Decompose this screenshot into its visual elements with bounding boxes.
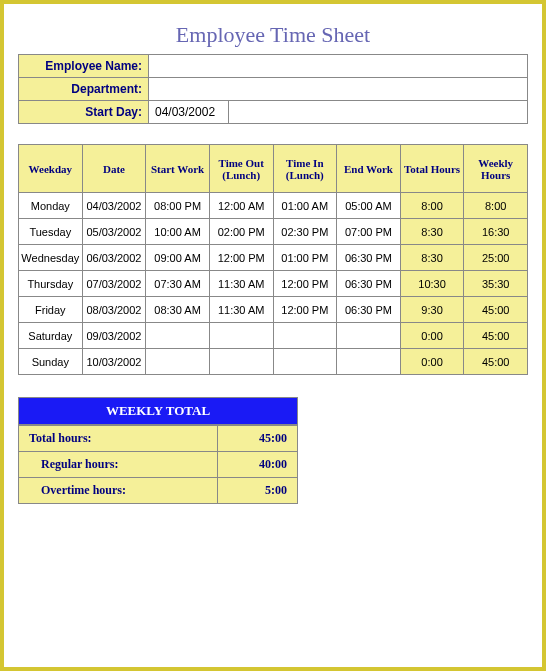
cell-total[interactable]: 9:30 (400, 297, 464, 323)
cell-weekday[interactable]: Wednesday (19, 245, 83, 271)
col-total-hours: Total Hours (400, 145, 464, 193)
table-row: Sunday10/03/20020:0045:00 (19, 349, 528, 375)
info-blank (229, 101, 528, 124)
cell-weekly[interactable]: 35:30 (464, 271, 528, 297)
table-row: Wednesday06/03/200209:00 AM12:00 PM01:00… (19, 245, 528, 271)
cell-end[interactable] (337, 349, 401, 375)
cell-out[interactable]: 11:30 AM (209, 297, 273, 323)
timesheet-header-row: Weekday Date Start Work Time Out (Lunch)… (19, 145, 528, 193)
cell-date[interactable]: 06/03/2002 (82, 245, 146, 271)
cell-total[interactable]: 8:30 (400, 245, 464, 271)
cell-end[interactable]: 06:30 PM (337, 297, 401, 323)
cell-total[interactable]: 0:00 (400, 323, 464, 349)
cell-weekday[interactable]: Sunday (19, 349, 83, 375)
cell-start[interactable] (146, 349, 210, 375)
cell-weekday[interactable]: Friday (19, 297, 83, 323)
page-title: Employee Time Sheet (18, 22, 528, 48)
cell-end[interactable] (337, 323, 401, 349)
col-weekday: Weekday (19, 145, 83, 193)
cell-date[interactable]: 04/03/2002 (82, 193, 146, 219)
timesheet-table: Weekday Date Start Work Time Out (Lunch)… (18, 144, 528, 375)
info-row-name: Employee Name: (19, 55, 528, 78)
cell-end[interactable]: 06:30 PM (337, 245, 401, 271)
label-employee-name: Employee Name: (19, 55, 149, 78)
cell-out[interactable]: 12:00 PM (209, 245, 273, 271)
cell-in[interactable]: 02:30 PM (273, 219, 337, 245)
cell-weekly[interactable]: 45:00 (464, 297, 528, 323)
cell-in[interactable] (273, 323, 337, 349)
cell-total[interactable]: 8:30 (400, 219, 464, 245)
cell-weekday[interactable]: Monday (19, 193, 83, 219)
cell-weekday[interactable]: Tuesday (19, 219, 83, 245)
value-overtime-hours: 5:00 (218, 478, 298, 504)
cell-date[interactable]: 10/03/2002 (82, 349, 146, 375)
cell-start[interactable]: 10:00 AM (146, 219, 210, 245)
cell-end[interactable]: 05:00 AM (337, 193, 401, 219)
cell-weekly[interactable]: 16:30 (464, 219, 528, 245)
col-time-out: Time Out (Lunch) (209, 145, 273, 193)
value-regular-hours: 40:00 (218, 452, 298, 478)
cell-out[interactable] (209, 323, 273, 349)
value-total-hours: 45:00 (218, 426, 298, 452)
col-time-in: Time In (Lunch) (273, 145, 337, 193)
summary-row-regular: Regular hours: 40:00 (19, 452, 298, 478)
weekly-total-section: WEEKLY TOTAL Total hours: 45:00 Regular … (18, 397, 298, 504)
employee-info-table: Employee Name: Department: Start Day: 04… (18, 54, 528, 124)
cell-weekly[interactable]: 8:00 (464, 193, 528, 219)
cell-total[interactable]: 8:00 (400, 193, 464, 219)
summary-row-overtime: Overtime hours: 5:00 (19, 478, 298, 504)
cell-start[interactable]: 08:30 AM (146, 297, 210, 323)
cell-out[interactable] (209, 349, 273, 375)
cell-out[interactable]: 11:30 AM (209, 271, 273, 297)
cell-in[interactable]: 01:00 AM (273, 193, 337, 219)
table-row: Tuesday05/03/200210:00 AM02:00 PM02:30 P… (19, 219, 528, 245)
cell-total[interactable]: 10:30 (400, 271, 464, 297)
cell-in[interactable]: 12:00 PM (273, 271, 337, 297)
col-start-work: Start Work (146, 145, 210, 193)
cell-date[interactable]: 05/03/2002 (82, 219, 146, 245)
cell-weekday[interactable]: Saturday (19, 323, 83, 349)
cell-out[interactable]: 02:00 PM (209, 219, 273, 245)
table-row: Thursday07/03/200207:30 AM11:30 AM12:00 … (19, 271, 528, 297)
cell-start[interactable] (146, 323, 210, 349)
cell-weekly[interactable]: 45:00 (464, 349, 528, 375)
col-date: Date (82, 145, 146, 193)
cell-total[interactable]: 0:00 (400, 349, 464, 375)
cell-weekday[interactable]: Thursday (19, 271, 83, 297)
cell-start[interactable]: 09:00 AM (146, 245, 210, 271)
cell-start[interactable]: 07:30 AM (146, 271, 210, 297)
cell-in[interactable]: 12:00 PM (273, 297, 337, 323)
cell-date[interactable]: 08/03/2002 (82, 297, 146, 323)
value-department[interactable] (149, 78, 528, 101)
summary-table: Total hours: 45:00 Regular hours: 40:00 … (18, 425, 298, 504)
table-row: Monday04/03/200208:00 PM12:00 AM01:00 AM… (19, 193, 528, 219)
weekly-total-header: WEEKLY TOTAL (18, 397, 298, 425)
cell-out[interactable]: 12:00 AM (209, 193, 273, 219)
cell-end[interactable]: 06:30 PM (337, 271, 401, 297)
cell-date[interactable]: 09/03/2002 (82, 323, 146, 349)
cell-weekly[interactable]: 25:00 (464, 245, 528, 271)
cell-start[interactable]: 08:00 PM (146, 193, 210, 219)
value-start-day[interactable]: 04/03/2002 (149, 101, 229, 124)
table-row: Friday08/03/200208:30 AM11:30 AM12:00 PM… (19, 297, 528, 323)
label-total-hours: Total hours: (19, 426, 218, 452)
value-employee-name[interactable] (149, 55, 528, 78)
info-row-start-day: Start Day: 04/03/2002 (19, 101, 528, 124)
cell-date[interactable]: 07/03/2002 (82, 271, 146, 297)
label-start-day: Start Day: (19, 101, 149, 124)
col-end-work: End Work (337, 145, 401, 193)
summary-row-total: Total hours: 45:00 (19, 426, 298, 452)
cell-in[interactable] (273, 349, 337, 375)
timesheet-frame: Employee Time Sheet Employee Name: Depar… (0, 0, 546, 671)
cell-weekly[interactable]: 45:00 (464, 323, 528, 349)
cell-end[interactable]: 07:00 PM (337, 219, 401, 245)
label-department: Department: (19, 78, 149, 101)
info-row-department: Department: (19, 78, 528, 101)
label-overtime-hours: Overtime hours: (19, 478, 218, 504)
table-row: Saturday09/03/20020:0045:00 (19, 323, 528, 349)
col-weekly-hours: Weekly Hours (464, 145, 528, 193)
cell-in[interactable]: 01:00 PM (273, 245, 337, 271)
label-regular-hours: Regular hours: (19, 452, 218, 478)
